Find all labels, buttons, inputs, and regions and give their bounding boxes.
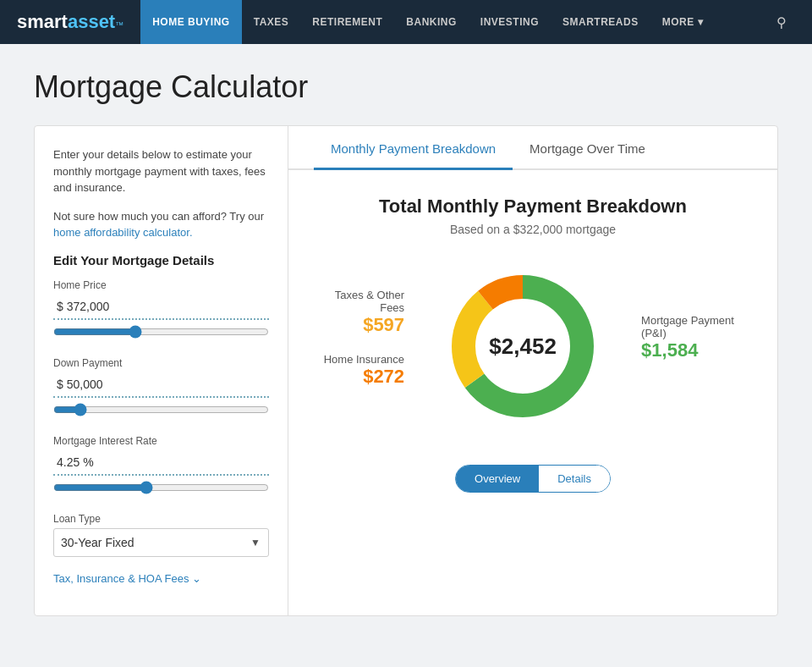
right-panel: Monthly Payment Breakdown Mortgage Over …	[288, 126, 777, 615]
loan-type-label: Loan Type	[53, 513, 269, 525]
legend-insurance: Home Insurance $272	[322, 353, 404, 388]
donut-center: $2,452	[489, 334, 557, 360]
intro-text: Enter your details below to estimate you…	[53, 146, 269, 196]
chart-title: Total Monthly Payment Breakdown	[379, 196, 687, 218]
loan-type-select[interactable]: 30-Year Fixed 15-Year Fixed 5/1 ARM 10/1…	[53, 528, 269, 557]
interest-rate-label: Mortgage Interest Rate	[53, 435, 269, 447]
nav-item-home-buying[interactable]: HOME BUYING	[140, 0, 242, 44]
nav-item-more[interactable]: MORE ▾	[650, 0, 715, 44]
affordability-link[interactable]: home affordability calculator.	[53, 226, 193, 239]
interest-rate-slider-wrap	[53, 481, 269, 498]
left-panel: Enter your details below to estimate you…	[35, 126, 288, 615]
tab-monthly-breakdown[interactable]: Monthly Payment Breakdown	[314, 126, 513, 170]
chart-area: Total Monthly Payment Breakdown Based on…	[288, 170, 777, 518]
loan-type-select-wrap: 30-Year Fixed 15-Year Fixed 5/1 ARM 10/1…	[53, 528, 269, 557]
donut-total-amount: $2,452	[489, 334, 557, 360]
legend-left: Taxes & Other Fees $597 Home Insurance $…	[322, 289, 404, 405]
down-payment-label: Down Payment	[53, 357, 269, 369]
overview-button[interactable]: Overview	[456, 466, 539, 492]
taxes-value: $597	[322, 314, 404, 336]
insurance-label: Home Insurance	[322, 353, 404, 366]
logo-tm: ™	[115, 20, 123, 30]
logo-smart: smart	[17, 11, 68, 33]
tab-mortgage-over-time[interactable]: Mortgage Over Time	[513, 126, 662, 170]
legend-taxes: Taxes & Other Fees $597	[322, 289, 404, 336]
affordability-prefix: Not sure how much you can afford? Try ou…	[53, 210, 264, 223]
nav-item-investing[interactable]: INVESTING	[469, 0, 551, 44]
home-price-label: Home Price	[53, 279, 269, 291]
interest-rate-slider[interactable]	[53, 481, 269, 494]
navigation: smartasset™ HOME BUYING TAXES RETIREMENT…	[0, 0, 812, 44]
page: Mortgage Calculator Enter your details b…	[0, 44, 812, 642]
interest-rate-input[interactable]	[53, 450, 269, 476]
expand-fees-link[interactable]: Tax, Insurance & HOA Fees ⌄	[53, 572, 269, 585]
nav-item-taxes[interactable]: TAXES	[242, 0, 301, 44]
search-icon[interactable]: ⚲	[768, 14, 795, 30]
donut-section: Taxes & Other Fees $597 Home Insurance $…	[322, 262, 743, 431]
down-payment-slider[interactable]	[53, 403, 269, 416]
legend-mortgage: Mortgage Payment (P&I) $1,584	[641, 314, 743, 361]
insurance-value: $272	[322, 366, 404, 388]
nav-item-smartreads[interactable]: SMARTREADS	[551, 0, 650, 44]
nav-item-banking[interactable]: BANKING	[394, 0, 469, 44]
tabs: Monthly Payment Breakdown Mortgage Over …	[288, 126, 777, 170]
home-price-slider[interactable]	[53, 325, 269, 339]
logo-asset: asset	[68, 11, 115, 33]
nav-items: HOME BUYING TAXES RETIREMENT BANKING INV…	[140, 0, 768, 44]
view-toggle: Overview Details	[455, 465, 611, 493]
chevron-down-icon: ⌄	[192, 572, 201, 585]
affordability-text: Not sure how much you can afford? Try ou…	[53, 208, 269, 241]
home-price-input[interactable]	[53, 295, 269, 320]
expand-fees-label: Tax, Insurance & HOA Fees	[53, 572, 189, 585]
edit-section-title: Edit Your Mortgage Details	[53, 253, 269, 267]
nav-item-retirement[interactable]: RETIREMENT	[300, 0, 394, 44]
mortgage-label: Mortgage Payment (P&I)	[641, 314, 743, 339]
home-price-slider-wrap	[53, 325, 269, 342]
main-card: Enter your details below to estimate you…	[34, 125, 778, 616]
details-button[interactable]: Details	[539, 466, 610, 492]
logo[interactable]: smartasset™	[17, 11, 123, 33]
taxes-label: Taxes & Other Fees	[322, 289, 404, 314]
legend-right: Mortgage Payment (P&I) $1,584	[641, 314, 743, 378]
donut-chart: $2,452	[438, 262, 607, 431]
mortgage-value: $1,584	[641, 339, 743, 361]
page-title: Mortgage Calculator	[34, 69, 778, 105]
chart-subtitle: Based on a $322,000 mortgage	[450, 223, 616, 236]
down-payment-input[interactable]	[53, 372, 269, 398]
down-payment-slider-wrap	[53, 403, 269, 420]
